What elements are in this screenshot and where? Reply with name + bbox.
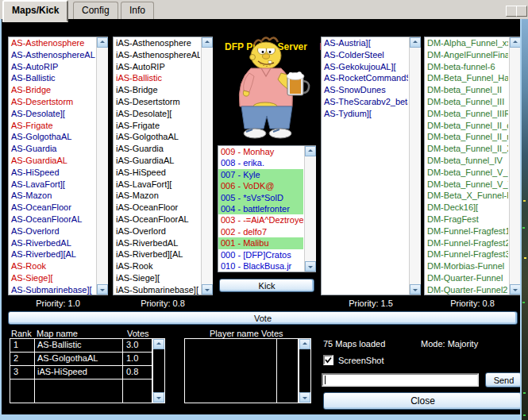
list-item[interactable]: DM-Beta_Funnel_Have-: [425, 72, 508, 84]
list-item[interactable]: iAS-Desolate][: [114, 108, 200, 120]
list-item[interactable]: AS-LavaFort][: [9, 179, 95, 191]
list-item[interactable]: AS-HiSpeed: [9, 167, 95, 179]
scroll-up-icon[interactable]: [510, 37, 521, 48]
scroll-down-icon[interactable]: [410, 284, 421, 295]
list-item[interactable]: AS-AsthenosphereAL: [9, 49, 95, 61]
table-row[interactable]: 1AS-Ballistic3.0: [10, 339, 152, 353]
list-item[interactable]: AS-Tydium][: [322, 108, 408, 120]
list-item[interactable]: DM-Morbias-Funnel: [425, 260, 508, 272]
list-item[interactable]: iAS-Guardia: [114, 143, 200, 155]
send-button[interactable]: Send: [485, 372, 522, 387]
list-item[interactable]: DM-Funnel-Fragfest2: [425, 237, 508, 249]
scroll-up-icon[interactable]: [299, 339, 310, 349]
list-item[interactable]: DM-Deck16][: [425, 202, 508, 214]
scroll-up-icon[interactable]: [153, 339, 164, 349]
list-item[interactable]: AS-GolgothaAL: [9, 131, 95, 143]
tab-scroll-right-button[interactable]: [516, 6, 527, 17]
list-item[interactable]: AS-Frigate: [9, 120, 95, 132]
tab-maps-kick[interactable]: Maps/Kick: [2, 0, 68, 22]
list-item[interactable]: AS-Submarinebase][: [9, 284, 95, 295]
list-item[interactable]: AS-Siege][: [9, 272, 95, 284]
list-item[interactable]: iAS-Ballistic: [114, 72, 200, 84]
list-item[interactable]: 004 - battlefronter: [218, 203, 303, 214]
list-item[interactable]: DM-beta_Funnel_II: [425, 84, 508, 96]
instagib-list-scrollbar[interactable]: [201, 37, 213, 295]
list-item[interactable]: DM-beta_Funnel_II_rem: [425, 131, 508, 143]
list-item[interactable]: AS-AutoRIP: [9, 61, 95, 73]
list-item[interactable]: 000 - [DFP]Cratos: [218, 249, 303, 260]
list-item[interactable]: iAS-Rook: [114, 260, 200, 272]
table-row[interactable]: 3iAS-HiSpeed0.8: [10, 366, 152, 380]
list-item[interactable]: iAS-Siege][: [114, 272, 200, 284]
list-item[interactable]: AS-OceanFloorAL: [9, 214, 95, 225]
list-item[interactable]: iAS-Riverbed][AL: [114, 249, 200, 260]
scroll-up-icon[interactable]: [202, 37, 213, 48]
fun-list-scrollbar[interactable]: [509, 37, 521, 295]
list-item[interactable]: DM-Quarter-Funnel: [425, 272, 508, 284]
scroll-down-icon[interactable]: [510, 284, 521, 295]
table-row[interactable]: 2AS-GolgothaAL1.0: [10, 353, 152, 366]
standard-assault-list[interactable]: AS-AsthenosphereAS-AsthenosphereALAS-Aut…: [8, 37, 108, 295]
list-item[interactable]: AS-Desolate][: [9, 108, 95, 120]
kick-table-scrollbar[interactable]: [299, 338, 311, 403]
list-item[interactable]: AS-Rook: [9, 260, 95, 272]
list-item[interactable]: iAS-HiSpeed: [114, 167, 200, 179]
list-item[interactable]: iAS-Asthenosphere: [114, 37, 200, 49]
list-item[interactable]: AS-Guardia: [9, 143, 95, 155]
list-item[interactable]: 005 - *sVs*SolD: [218, 192, 303, 203]
scroll-up-icon[interactable]: [410, 37, 421, 48]
list-item[interactable]: DM-beta_funnel_IV: [425, 155, 508, 167]
scroll-down-icon[interactable]: [97, 284, 108, 295]
list-item[interactable]: iAS-AsthenosphereAL: [114, 49, 200, 61]
list-item[interactable]: AS-SnowDunes: [322, 84, 408, 96]
list-item[interactable]: AS-RocketCommandSE: [322, 72, 408, 84]
scroll-up-icon[interactable]: [305, 146, 316, 156]
screenshot-checkbox[interactable]: [323, 355, 333, 365]
tab-scroll-left-button[interactable]: [506, 6, 517, 17]
list-item[interactable]: AS-RiverbedAL: [9, 237, 95, 249]
list-item[interactable]: DM-Quarter-Funnel2: [425, 284, 508, 295]
list-item[interactable]: 010 - BlackBusa.jr: [218, 260, 303, 272]
list-item[interactable]: iAS-LavaFort][: [114, 179, 200, 191]
tab-info[interactable]: Info: [121, 2, 154, 19]
list-item[interactable]: iAS-Desertstorm: [114, 96, 200, 108]
list-item[interactable]: iAS-Bridge: [114, 84, 200, 96]
list-item[interactable]: DM-beta_Funnel_IIIRem: [425, 108, 508, 120]
list-item[interactable]: DM-beta-funnel-6: [425, 61, 508, 73]
standard-list-scrollbar[interactable]: [96, 37, 108, 295]
list-item[interactable]: iAS-OceanFloor: [114, 202, 200, 214]
list-item[interactable]: 006 - VoDK@: [218, 180, 303, 191]
scroll-down-icon[interactable]: [202, 284, 213, 295]
list-item[interactable]: AS-Riverbed][AL: [9, 249, 95, 260]
list-item[interactable]: 001 - Malibu: [218, 237, 303, 249]
list-item[interactable]: AS-Desertstorm: [9, 96, 95, 108]
list-item[interactable]: 003 - -=AiA^Deztroyer=: [218, 214, 303, 225]
list-item[interactable]: iAS-GolgothaAL: [114, 131, 200, 143]
list-item[interactable]: AS-Overlord: [9, 225, 95, 237]
list-item[interactable]: 008 - erika.: [218, 157, 303, 168]
scroll-down-icon[interactable]: [299, 392, 310, 403]
list-item[interactable]: AS-GuardiaAL: [9, 155, 95, 167]
kick-button[interactable]: Kick: [219, 279, 314, 292]
list-item[interactable]: AS-TheScarabv2_beta: [322, 96, 408, 108]
league-maps-list[interactable]: AS-Austria][AS-ColderSteelAS-GekokujouAL…: [321, 37, 421, 295]
results-table-scrollbar[interactable]: [152, 338, 165, 403]
list-item[interactable]: DM-AngelFunnelFinal: [425, 49, 508, 61]
list-item[interactable]: DM-Beta_X_Funnel-RMX: [425, 190, 508, 202]
scroll-down-icon[interactable]: [305, 261, 316, 272]
list-item[interactable]: AS-Ballistic: [9, 72, 95, 84]
list-item[interactable]: AS-Bridge: [9, 84, 95, 96]
list-item[interactable]: DM-beta_Funnel_V_(No: [425, 167, 508, 179]
list-item[interactable]: DM-beta_Funnel_III: [425, 96, 508, 108]
list-item[interactable]: DM-FragFest: [425, 214, 508, 225]
scroll-down-icon[interactable]: [153, 392, 164, 403]
fun-maps-list[interactable]: DM-Alpha_Funnel_xxxivDM-AngelFunnelFinal…: [424, 37, 521, 295]
list-item[interactable]: iAS-Submarinebase][: [114, 284, 200, 295]
scroll-up-icon[interactable]: [97, 37, 108, 48]
list-item[interactable]: 002 - delfo7: [218, 226, 303, 237]
list-item[interactable]: iAS-Overlord: [114, 225, 200, 237]
list-item[interactable]: iAS-Mazon: [114, 190, 200, 202]
list-item[interactable]: iAS-Frigate: [114, 120, 200, 132]
player-list-scrollbar[interactable]: [304, 146, 316, 272]
list-item[interactable]: DM-beta_Funnel_II_dua: [425, 120, 508, 132]
